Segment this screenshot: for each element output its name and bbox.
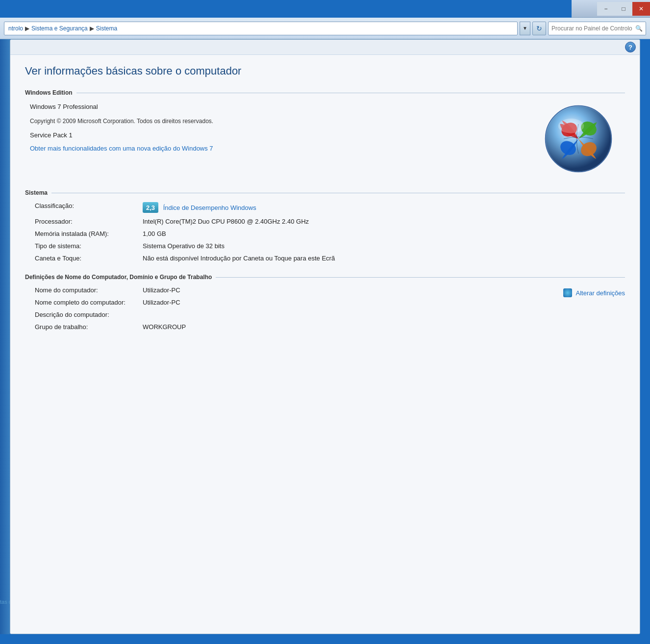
windows-edition-name: Windows 7 Professional — [25, 102, 542, 112]
caneta-label: Caneta e Toque: — [35, 255, 143, 262]
alterar-icon — [563, 288, 572, 297]
windows-logo-container — [542, 102, 625, 178]
computer-name-section-header: Definições de Nome do Computador, Domíni… — [25, 274, 625, 281]
grupo-row: Grupo de trabalho: WORKGROUP — [35, 323, 563, 331]
maximize-button[interactable]: □ — [615, 2, 632, 16]
address-path-box: ntrolo ▶ Sistema e Segurança ▶ Sistema — [4, 22, 518, 35]
help-button[interactable]: ? — [625, 42, 636, 52]
performance-badge: 2,3 — [143, 202, 158, 213]
edition-section-label: Windows Edition — [25, 89, 73, 96]
search-icon[interactable]: 🔍 — [635, 25, 643, 32]
upgrade-link[interactable]: Obter mais funcionalidades com uma nova … — [25, 144, 542, 154]
alterar-definicoes-container: Alterar definições — [563, 286, 625, 297]
search-box: 🔍 — [548, 22, 646, 35]
address-bar: ntrolo ▶ Sistema e Segurança ▶ Sistema ▼… — [0, 18, 650, 39]
sistema-section-label: Sistema — [25, 189, 48, 196]
alterar-definicoes-link[interactable]: Alterar definições — [563, 288, 625, 297]
descricao-label: Descrição do computador: — [35, 311, 143, 318]
grupo-label: Grupo de trabalho: — [35, 323, 143, 331]
nome-computador-value: Utilizador-PC — [143, 286, 563, 294]
computer-section-label: Definições de Nome do Computador, Domíni… — [25, 274, 212, 281]
caneta-value: Não está disponível Introdução por Canet… — [143, 255, 625, 262]
nome-computador-label: Nome do computador: — [35, 286, 143, 294]
breadcrumb-sistema[interactable]: Sistema — [96, 25, 117, 32]
close-button[interactable]: ✕ — [632, 2, 650, 16]
tipo-sistema-label: Tipo de sistema: — [35, 242, 143, 250]
system-info-table: Classificação: 2,3 Índice de Desempenho … — [35, 202, 625, 262]
classificacao-row: Classificação: 2,3 Índice de Desempenho … — [35, 202, 625, 213]
processador-label: Processador: — [35, 218, 143, 225]
breadcrumb-sistema-seguranca[interactable]: Sistema e Segurança — [31, 25, 88, 32]
windows-logo — [542, 102, 615, 176]
main-content-panel: ? Ver informações básicas sobre o comput… — [10, 39, 640, 634]
address-dropdown-button[interactable]: ▼ — [520, 22, 530, 35]
classificacao-value: 2,3 Índice de Desempenho Windows — [143, 202, 625, 213]
nome-completo-label: Nome completo do computador: — [35, 299, 143, 306]
caneta-row: Caneta e Toque: Não está disponível Intr… — [35, 255, 625, 262]
memoria-value: 1,00 GB — [143, 230, 625, 237]
sistema-divider — [51, 193, 625, 193]
upgrade-link-text[interactable]: Obter mais funcionalidades com uma nova … — [30, 145, 213, 152]
svg-point-6 — [558, 119, 584, 133]
nome-computador-row: Nome do computador: Utilizador-PC — [35, 286, 563, 294]
computer-name-body: Nome do computador: Utilizador-PC Nome c… — [25, 286, 625, 335]
sistema-section-header: Sistema — [25, 189, 625, 196]
breadcrumb-arrow-1: ▶ — [25, 25, 29, 32]
title-bar: − □ ✕ — [572, 0, 650, 18]
refresh-button[interactable]: ↻ — [532, 22, 546, 35]
computer-name-section: Definições de Nome do Computador, Domíni… — [25, 274, 625, 335]
tipo-sistema-row: Tipo de sistema: Sistema Operativo de 32… — [35, 242, 625, 250]
minimize-button[interactable]: − — [597, 2, 615, 16]
left-sidebar — [0, 39, 10, 634]
search-input[interactable] — [551, 25, 633, 32]
grupo-value: WORKGROUP — [143, 323, 563, 331]
nome-completo-row: Nome completo do computador: Utilizador-… — [35, 299, 563, 306]
tipo-sistema-value: Sistema Operativo de 32 bits — [143, 242, 625, 250]
alterar-label-text: Alterar definições — [576, 289, 625, 297]
content-scroll-area[interactable]: Ver informações básicas sobre o computad… — [10, 55, 640, 634]
memoria-label: Memória instalada (RAM): — [35, 230, 143, 237]
page-title: Ver informações básicas sobre o computad… — [25, 65, 625, 77]
sistema-body: Classificação: 2,3 Índice de Desempenho … — [25, 202, 625, 262]
computer-divider — [216, 277, 625, 278]
descricao-row: Descrição do computador: — [35, 311, 563, 318]
processador-value: Intel(R) Core(TM)2 Duo CPU P8600 @ 2.40G… — [143, 218, 625, 225]
memoria-row: Memória instalada (RAM): 1,00 GB — [35, 230, 625, 237]
windows-edition-section: Windows Edition Windows 7 Professional C… — [25, 89, 625, 178]
classificacao-label: Classificação: — [35, 202, 143, 209]
copyright-text: Copyright © 2009 Microsoft Corporation. … — [25, 117, 542, 126]
edition-section-header: Windows Edition — [25, 89, 625, 96]
service-pack-text: Service Pack 1 — [25, 130, 542, 140]
edition-info: Windows 7 Professional Copyright © 2009 … — [25, 102, 542, 157]
alterar-col: Nome do computador: Utilizador-PC Nome c… — [35, 286, 563, 335]
alterar-row: Nome do computador: Utilizador-PC Nome c… — [35, 286, 625, 335]
processador-row: Processador: Intel(R) Core(TM)2 Duo CPU … — [35, 218, 625, 225]
performance-link[interactable]: Índice de Desempenho Windows — [163, 204, 256, 211]
nome-completo-value: Utilizador-PC — [143, 299, 563, 306]
breadcrumb-controlo[interactable]: ntrolo — [8, 25, 23, 32]
sistema-section: Sistema Classificação: 2,3 Índice de Des… — [25, 189, 625, 262]
breadcrumb-arrow-2: ▶ — [90, 25, 94, 32]
content-topbar: ? — [10, 40, 640, 55]
computer-info-table: Nome do computador: Utilizador-PC Nome c… — [35, 286, 563, 331]
edition-divider — [76, 93, 625, 93]
edition-content: Windows 7 Professional Copyright © 2009 … — [25, 102, 625, 178]
